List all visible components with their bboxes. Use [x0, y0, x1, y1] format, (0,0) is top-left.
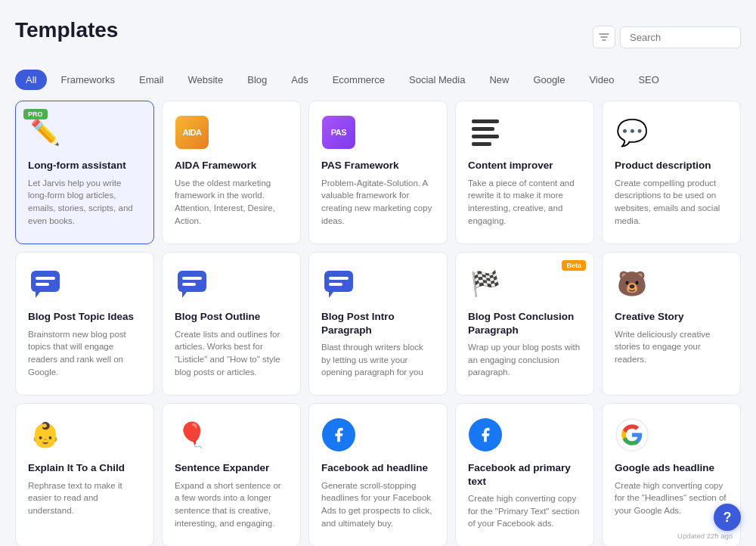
card-title: Creative Story	[615, 310, 728, 324]
filter-tab-website[interactable]: Website	[177, 70, 234, 90]
card-desc: Create compelling product descriptions t…	[615, 177, 728, 228]
page-title: Templates	[15, 18, 118, 42]
card-desc: Expand a short sentence or a few words i…	[175, 479, 288, 530]
card-title: Google ads headline	[615, 461, 728, 475]
svg-marker-7	[182, 292, 187, 298]
card-icon: 👶	[28, 417, 63, 452]
card-blog-topic[interactable]: Blog Post Topic IdeasBrainstorm new blog…	[15, 252, 154, 396]
svg-rect-4	[178, 271, 206, 292]
filter-tab-blog[interactable]: Blog	[237, 70, 277, 90]
chat-icon	[176, 268, 208, 299]
bubble-icon: 💬	[616, 117, 648, 147]
lines-icon	[472, 119, 499, 146]
card-icon	[468, 115, 503, 150]
chat-icon	[323, 268, 355, 299]
card-desc: Write deliciously creative stories to en…	[615, 328, 728, 366]
card-fb-primary[interactable]: Facebook ad primary textCreate high conv…	[455, 403, 594, 546]
card-icon: PAS	[321, 115, 356, 150]
card-fb-headline[interactable]: Facebook ad headlineGenerate scroll-stop…	[308, 403, 448, 546]
card-icon: 💬	[615, 115, 649, 150]
filter-tab-email[interactable]: Email	[129, 70, 175, 90]
card-desc: Take a piece of content and rewrite it t…	[468, 177, 581, 228]
aida-icon: AIDA	[175, 116, 209, 149]
card-icon	[321, 266, 356, 301]
svg-rect-0	[31, 271, 60, 292]
card-title: Explain It To a Child	[28, 461, 141, 475]
card-creative-story[interactable]: 🐻Creative StoryWrite deliciously creativ…	[602, 252, 741, 396]
svg-rect-1	[36, 277, 55, 280]
filter-tab-new[interactable]: New	[479, 70, 519, 90]
card-explain-child[interactable]: 👶Explain It To a ChildRephrase text to m…	[15, 403, 154, 546]
pro-badge: PRO	[23, 109, 48, 119]
filter-tab-social-media[interactable]: Social Media	[398, 70, 476, 90]
updated-badge: Updated 22h ago	[677, 532, 733, 540]
filter-tab-video[interactable]: Video	[578, 70, 624, 90]
pen-icon: ✏️	[30, 118, 60, 147]
card-icon: 🐻	[615, 266, 649, 301]
card-icon	[468, 417, 503, 452]
card-icon: 🏁	[468, 266, 503, 301]
help-button[interactable]: ?	[714, 504, 741, 531]
card-title: PAS Framework	[321, 159, 435, 172]
card-title: Facebook ad primary text	[468, 461, 581, 488]
card-desc: Blast through writers block by letting u…	[321, 341, 435, 379]
filter-tab-seo[interactable]: SEO	[627, 70, 669, 90]
card-title: Sentence Expander	[175, 461, 288, 475]
card-blog-intro[interactable]: Blog Post Intro ParagraphBlast through w…	[308, 252, 448, 396]
svg-rect-8	[324, 271, 353, 292]
filter-tab-frameworks[interactable]: Frameworks	[50, 70, 125, 90]
card-desc: Problem-Agitate-Solution. A valuable fra…	[321, 177, 435, 228]
svg-rect-5	[182, 277, 202, 280]
filter-tab-ads[interactable]: Ads	[280, 70, 318, 90]
card-icon	[615, 417, 649, 452]
search-input[interactable]	[620, 26, 741, 48]
card-desc: Rephrase text to make it easier to read …	[28, 479, 141, 517]
google-icon	[615, 418, 649, 451]
svg-rect-6	[182, 283, 196, 286]
card-icon	[321, 417, 356, 452]
page-wrapper: Templates AllFrameworksEmailWebsiteBlogA…	[0, 0, 756, 546]
card-desc: Let Jarvis help you write long-form blog…	[28, 177, 141, 228]
facebook-icon	[322, 418, 355, 451]
card-aida[interactable]: AIDAAIDA FrameworkUse the oldest marketi…	[162, 101, 301, 244]
search-wrap	[593, 26, 741, 48]
card-icon: ✏️	[28, 115, 63, 150]
card-blog-outline[interactable]: Blog Post OutlineCreate lists and outlin…	[162, 252, 301, 396]
filter-tab-ecommerce[interactable]: Ecommerce	[322, 70, 395, 90]
svg-rect-2	[36, 283, 49, 286]
card-pas[interactable]: PASPAS FrameworkProblem-Agitate-Solution…	[308, 101, 448, 244]
filter-icon	[599, 32, 609, 42]
card-sentence-expander[interactable]: 🎈Sentence ExpanderExpand a short sentenc…	[162, 403, 301, 546]
svg-marker-3	[36, 292, 40, 298]
filter-tab-google[interactable]: Google	[522, 70, 575, 90]
card-desc: Wrap up your blog posts with an engaging…	[468, 341, 581, 379]
card-title: Facebook ad headline	[321, 461, 435, 475]
card-title: Content improver	[468, 159, 581, 172]
filter-icon-btn[interactable]	[593, 26, 615, 48]
card-title: AIDA Framework	[175, 159, 288, 172]
card-desc: Brainstorm new blog post topics that wil…	[28, 328, 141, 379]
svg-marker-11	[329, 292, 333, 298]
card-title: Blog Post Intro Paragraph	[321, 310, 435, 337]
card-desc: Use the oldest marketing framework in th…	[175, 177, 288, 228]
card-title: Blog Post Outline	[175, 310, 288, 324]
card-icon: 🎈	[175, 417, 209, 452]
card-desc: Create high converting copy for the "Pri…	[468, 492, 581, 530]
baby-icon: 👶	[30, 420, 60, 449]
beta-badge: Beta	[562, 260, 586, 271]
card-icon	[28, 266, 63, 301]
card-product-description[interactable]: 💬Product descriptionCreate compelling pr…	[602, 101, 741, 244]
card-title: Product description	[615, 159, 728, 172]
card-blog-conclusion[interactable]: Beta🏁Blog Post Conclusion ParagraphWrap …	[455, 252, 594, 396]
card-long-form[interactable]: PRO✏️Long-form assistantLet Jarvis help …	[15, 101, 154, 244]
flag-icon: 🏁	[470, 269, 500, 298]
card-desc: Create lists and outlines for articles. …	[175, 328, 288, 379]
card-title: Blog Post Topic Ideas	[28, 310, 141, 324]
top-bar: Templates	[15, 18, 741, 56]
chat-icon	[29, 268, 61, 299]
filter-tab-all[interactable]: All	[15, 70, 47, 90]
cards-grid: PRO✏️Long-form assistantLet Jarvis help …	[15, 101, 741, 546]
card-title: Long-form assistant	[28, 159, 141, 172]
card-content-improver[interactable]: Content improverTake a piece of content …	[455, 101, 594, 244]
card-desc: Create high converting copy for the "Hea…	[615, 479, 728, 517]
